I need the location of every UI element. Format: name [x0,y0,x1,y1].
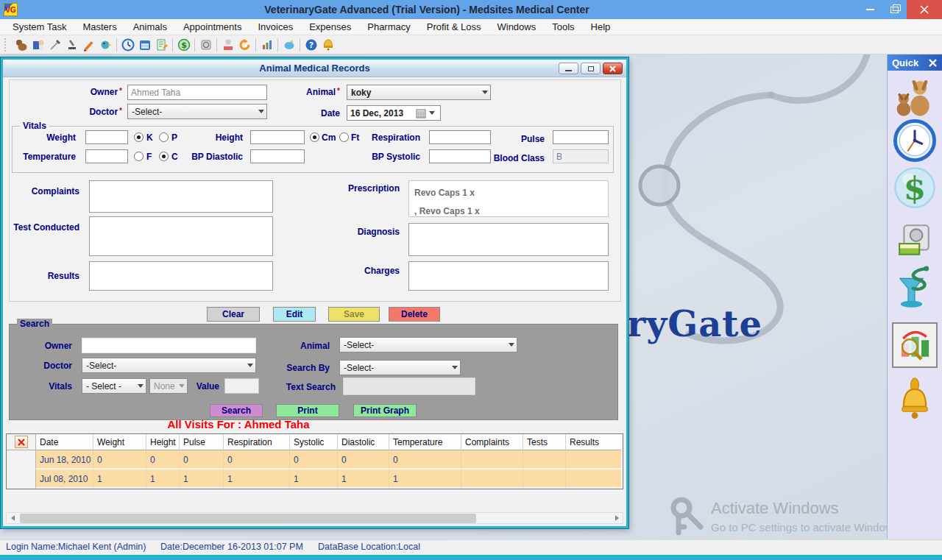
weight-unit-p-radio[interactable] [159,132,169,142]
lab-toolbar-icon[interactable] [63,36,80,53]
print-button[interactable]: Print [276,404,339,417]
visit-row[interactable]: Jul 08, 2010 1 1 1 1 1 1 1 [7,469,623,489]
charges-field[interactable] [408,261,609,291]
print-graph-button[interactable]: Print Graph [353,404,417,417]
scrollbar-thumb[interactable] [20,514,476,523]
column-header-systolic[interactable]: Systolic [290,434,338,450]
search-vitals-select[interactable]: - Select - [82,378,146,394]
quick-reminders-bell-icon[interactable] [896,377,934,424]
column-header-date[interactable]: Date [36,434,93,450]
quick-expenses-safe-icon[interactable] [896,222,933,259]
menu-system-task[interactable]: System Task [4,19,74,35]
menu-expenses[interactable]: Expenses [301,19,359,35]
temperature-field[interactable] [85,149,128,163]
column-header-complaints[interactable]: Complaints [461,434,523,450]
menu-masters[interactable]: Masters [74,19,124,35]
temperature-unit-c-radio[interactable] [159,152,169,161]
quick-pharmacy-icon[interactable] [895,265,935,313]
search-button[interactable]: Search [210,404,263,417]
quick-medical-records-icon[interactable] [892,322,938,368]
owner-field[interactable] [127,85,267,100]
pulse-field[interactable] [553,130,609,144]
search-doctor-select[interactable]: -Select- [82,358,256,373]
menu-profit-loss[interactable]: Profit & Loss [419,19,489,35]
surgery-toolbar-icon[interactable] [46,36,63,53]
reminders-bell-toolbar-icon[interactable] [319,36,336,53]
height-unit-cm-radio[interactable] [310,132,319,142]
column-header-respiration[interactable]: Respiration [224,434,290,450]
calendar-toolbar-icon[interactable] [136,36,153,53]
birds-toolbar-icon[interactable] [97,36,114,53]
date-picker[interactable]: 16 Dec, 2013 [347,105,441,121]
menu-pharmacy[interactable]: Pharmacy [359,19,419,35]
search-vitals-unit-select[interactable]: None [149,378,188,394]
edit-button[interactable]: Edit [273,307,316,322]
column-header-diastolic[interactable]: Diastolic [338,434,389,450]
search-by-select[interactable]: -Select- [339,360,461,375]
reports-chart-toolbar-icon[interactable] [258,36,275,53]
window-close-button[interactable] [907,0,942,19]
column-header-pulse[interactable]: Pulse [180,434,224,450]
search-value-field[interactable] [224,378,259,394]
menu-tools[interactable]: Tools [544,19,582,35]
row-selector[interactable] [7,469,36,489]
payments-dollar-toolbar-icon[interactable]: $ [175,36,192,53]
results-field[interactable] [89,261,273,291]
height-unit-ft-radio[interactable] [339,132,349,142]
search-animal-select[interactable]: -Select- [339,337,517,352]
quick-payments-dollar-icon[interactable]: $ [893,166,936,209]
visit-row[interactable]: Jun 18, 2010 0 0 0 0 0 0 0 [7,450,623,469]
messages-bird-toolbar-icon[interactable] [280,36,297,53]
menu-animals[interactable]: Animals [125,19,175,35]
text-search-field[interactable] [343,378,475,395]
window-restore-button[interactable] [882,0,907,19]
test-conducted-field[interactable] [89,216,273,256]
refresh-toolbar-icon[interactable] [236,36,253,53]
dialog-maximize-button[interactable] [581,63,601,74]
doctor-select[interactable]: -Select- [127,104,267,119]
scroll-left-button[interactable] [7,513,18,523]
column-header-weight[interactable]: Weight [93,434,146,450]
horizontal-scrollbar[interactable] [6,512,623,524]
quick-animals-icon[interactable] [894,75,935,118]
menu-invoices[interactable]: Invoices [249,19,301,35]
dialog-close-button[interactable] [603,63,623,74]
menu-help[interactable]: Help [583,19,619,35]
clear-button[interactable]: Clear [207,307,260,322]
animals-toolbar-icon[interactable] [13,36,29,53]
respiration-field[interactable] [429,130,491,144]
delete-column-header[interactable] [7,434,36,450]
search-owner-field[interactable] [82,338,256,353]
window-minimize-button[interactable] [858,0,882,19]
row-selector[interactable] [7,450,36,469]
weight-unit-k-radio[interactable] [134,132,144,142]
animal-select[interactable]: koky [347,85,491,100]
column-header-tests[interactable]: Tests [523,434,566,450]
bp-diastolic-field[interactable] [250,149,305,163]
column-header-temperature[interactable]: Temperature [389,434,461,450]
dialog-titlebar[interactable]: Animal Medical Records [3,60,626,77]
scroll-right-button[interactable] [611,513,623,523]
weight-field[interactable] [85,130,128,144]
quick-appointments-clock-icon[interactable] [893,119,936,162]
temperature-unit-f-radio[interactable] [134,152,144,161]
complaints-field[interactable] [89,180,273,213]
help-toolbar-icon[interactable]: ? [302,36,319,53]
column-header-results[interactable]: Results [566,434,621,450]
appointments-clock-toolbar-icon[interactable] [119,36,136,53]
diagnosis-field[interactable] [408,223,609,256]
save-button[interactable]: Save [328,307,380,322]
pet-records-toolbar-icon[interactable] [219,36,236,53]
quick-panel-close-icon[interactable] [928,58,938,68]
doctors-toolbar-icon[interactable] [29,36,46,53]
dialog-minimize-button[interactable] [559,63,578,74]
invoices-toolbar-icon[interactable] [153,36,170,53]
prescription-field[interactable]: Revo Caps 1 x , Revo Caps 1 x [408,180,609,217]
menu-appointments[interactable]: Appointments [175,19,250,35]
delete-button[interactable]: Delete [389,307,440,322]
height-field[interactable] [250,130,305,144]
expenses-safe-toolbar-icon[interactable] [197,36,214,53]
menu-windows[interactable]: Windows [489,19,544,35]
bp-systolic-field[interactable] [429,149,491,163]
prescriptions-toolbar-icon[interactable] [80,36,97,53]
